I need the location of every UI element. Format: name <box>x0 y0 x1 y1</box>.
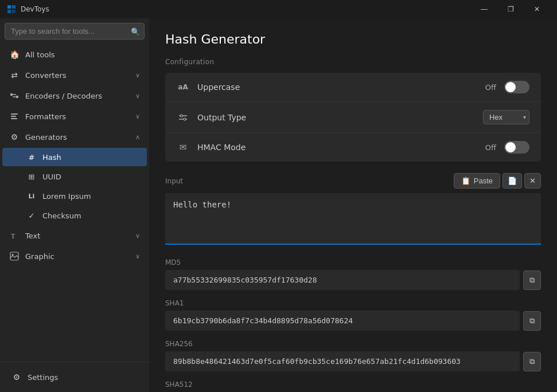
svg-rect-10 <box>11 118 17 119</box>
page-title: Hash Generator <box>165 32 541 46</box>
sha512-output-row: SHA512 <box>165 381 541 389</box>
sidebar-item-converters[interactable]: ⇄ Converters ∨ <box>2 65 147 85</box>
paste-icon: 📋 <box>461 177 470 185</box>
sha256-field-wrap: ⧉ <box>165 351 541 371</box>
copy-icon: ⧉ <box>529 276 535 285</box>
sha1-label: SHA1 <box>165 299 541 307</box>
sidebar-item-formatters[interactable]: Formatters ∨ <box>2 107 147 126</box>
maximize-button[interactable]: ❐ <box>497 0 524 18</box>
sha1-field-wrap: ⧉ <box>165 311 541 331</box>
generators-label: Generators <box>25 133 130 142</box>
sha256-copy-button[interactable]: ⧉ <box>523 352 541 371</box>
all-tools-label: All tools <box>25 50 140 59</box>
encoders-icon <box>9 91 20 101</box>
hash-icon: # <box>26 152 37 162</box>
svg-rect-1 <box>12 5 15 9</box>
converters-icon: ⇄ <box>9 70 20 80</box>
paste-label: Paste <box>474 177 493 185</box>
clear-input-button[interactable]: ✕ <box>524 173 541 189</box>
svg-rect-4 <box>10 93 13 96</box>
chevron-down-icon: ∨ <box>135 92 140 100</box>
output-type-control: Hex Base64 ▾ <box>483 110 529 124</box>
uppercase-control: Off <box>485 81 529 93</box>
chevron-down-icon: ∨ <box>135 253 140 260</box>
sha1-output-row: SHA1 ⧉ <box>165 299 541 331</box>
sidebar-item-checksum[interactable]: ✓ Checksum <box>2 206 147 225</box>
output-type-row: Output Type Hex Base64 ▾ <box>165 102 541 133</box>
svg-point-17 <box>184 118 186 120</box>
svg-text:T: T <box>11 232 15 240</box>
search-input[interactable] <box>5 23 145 40</box>
paste-button[interactable]: 📋 Paste <box>454 173 500 189</box>
main-content: Hash Generator Configuration aA Uppercas… <box>149 18 557 392</box>
graphic-icon <box>9 251 20 261</box>
input-actions: 📋 Paste 📄 ✕ <box>454 173 541 189</box>
hmac-toggle[interactable] <box>504 141 529 154</box>
open-file-button[interactable]: 📄 <box>503 173 522 189</box>
app-title: DevToys <box>21 5 49 13</box>
sidebar-item-uuid[interactable]: ⊞ UUID <box>2 167 147 186</box>
input-textarea[interactable]: Hello there! <box>165 193 541 245</box>
sha256-output-row: SHA256 ⧉ <box>165 340 541 371</box>
uuid-label: UUID <box>42 173 61 181</box>
title-bar-left: DevToys <box>7 5 49 14</box>
sidebar-item-settings[interactable]: ⚙ Settings <box>5 367 145 387</box>
text-icon: T <box>9 230 20 241</box>
search-box: 🔍 <box>5 23 145 40</box>
converters-label: Converters <box>25 71 130 80</box>
md5-copy-button[interactable]: ⧉ <box>523 271 541 290</box>
input-section: Input 📋 Paste 📄 ✕ Hello there! <box>165 173 541 247</box>
sidebar-item-lorem[interactable]: Li Lorem Ipsum <box>2 187 147 205</box>
formatters-icon <box>9 111 20 121</box>
sha512-label: SHA512 <box>165 381 541 389</box>
output-type-label: Output Type <box>197 113 483 122</box>
hmac-control: Off <box>485 141 529 154</box>
svg-rect-0 <box>7 5 11 9</box>
title-bar: DevToys — ❐ ✕ <box>0 0 557 18</box>
svg-rect-2 <box>7 10 11 13</box>
hmac-icon: ✉ <box>177 142 189 152</box>
sidebar-item-hash[interactable]: # Hash <box>2 148 147 166</box>
app-icon <box>7 5 16 14</box>
output-type-select[interactable]: Hex Base64 <box>483 110 529 124</box>
file-icon: 📄 <box>508 177 517 185</box>
sidebar-item-encoders[interactable]: Encoders / Decoders ∨ <box>2 86 147 105</box>
settings-label: Settings <box>28 373 138 382</box>
graphic-label: Graphic <box>25 252 130 261</box>
lorem-label: Lorem Ipsum <box>42 192 91 201</box>
checksum-icon: ✓ <box>26 210 37 221</box>
uppercase-toggle[interactable] <box>504 81 529 93</box>
chevron-down-icon: ∨ <box>135 113 140 120</box>
chevron-down-icon: ∨ <box>135 232 140 240</box>
copy-icon: ⧉ <box>529 357 535 366</box>
sidebar-item-graphic[interactable]: Graphic ∨ <box>2 246 147 266</box>
sidebar-item-all-tools[interactable]: 🏠 All tools <box>2 45 147 64</box>
app-body: 🔍 🏠 All tools ⇄ Converters ∨ Encoders <box>0 18 557 392</box>
minimize-button[interactable]: — <box>471 0 497 18</box>
md5-field <box>165 270 520 290</box>
copy-icon: ⧉ <box>529 316 535 326</box>
uuid-icon: ⊞ <box>26 171 37 182</box>
sidebar: 🔍 🏠 All tools ⇄ Converters ∨ Encoders <box>0 18 149 392</box>
md5-field-wrap: ⧉ <box>165 270 541 290</box>
svg-rect-5 <box>16 96 18 98</box>
text-label: Text <box>25 232 130 240</box>
uppercase-toggle-label: Off <box>485 83 496 92</box>
close-icon: ✕ <box>529 177 536 185</box>
chevron-up-icon: ∧ <box>135 134 140 141</box>
svg-rect-3 <box>12 10 15 13</box>
close-button[interactable]: ✕ <box>524 0 550 18</box>
generators-icon: ⚙ <box>9 132 20 142</box>
sha1-field <box>165 311 520 331</box>
sha256-field <box>165 351 520 371</box>
hmac-toggle-label: Off <box>485 143 496 152</box>
title-bar-controls: — ❐ ✕ <box>471 0 550 18</box>
sidebar-item-generators[interactable]: ⚙ Generators ∧ <box>2 127 147 147</box>
search-icon: 🔍 <box>131 27 140 36</box>
sidebar-item-text[interactable]: T Text ∨ <box>2 226 147 245</box>
sha1-copy-button[interactable]: ⧉ <box>523 311 541 331</box>
lorem-icon: Li <box>26 191 37 201</box>
uppercase-icon: aA <box>177 83 189 91</box>
hmac-label: HMAC Mode <box>197 143 485 152</box>
home-icon: 🏠 <box>9 49 20 60</box>
